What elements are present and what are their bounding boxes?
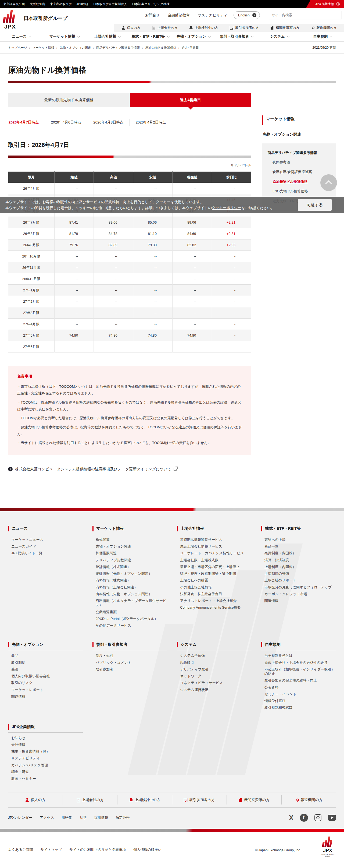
footer-link[interactable]: 統計情報（株式関連） <box>96 565 131 569</box>
footer-link[interactable]: 清算・決済制度 <box>265 558 289 562</box>
footer-link[interactable]: 商品一覧 <box>265 544 278 548</box>
audience-link[interactable]: 機関投資家の方 <box>227 795 281 805</box>
footer-link[interactable]: 公衆縦覧書類 <box>96 610 117 614</box>
footer-utility-link[interactable]: 法定公告 <box>115 815 130 819</box>
footer-link[interactable]: その他データサービス <box>96 623 131 627</box>
footer-link[interactable]: マーケットレポート <box>11 688 43 692</box>
footer-link[interactable]: 情報受付窓口 <box>265 699 285 703</box>
footer-link[interactable]: 東証への上場 <box>265 537 286 541</box>
tab-latest-prices[interactable]: 最新の原油先物ドル換算価格 <box>8 93 130 107</box>
breadcrumb-link[interactable]: 商品デリバティブ関連参考情報 <box>96 46 140 50</box>
footer-utility-link[interactable]: 採用情報 <box>94 815 108 819</box>
footer-link[interactable]: 有料情報（先物・オプション関連） <box>96 592 152 596</box>
footer-link[interactable]: 取引参加者の健全性の維持・向上 <box>265 678 317 682</box>
x-icon[interactable] <box>289 814 294 821</box>
nav-item[interactable]: 上場会社情報 <box>86 32 129 41</box>
group-site-link[interactable]: JPX総研 <box>77 2 89 6</box>
footer-link[interactable]: 自主規制業務とは <box>265 654 293 658</box>
footer-link[interactable]: 不公正取引（相場操縦・インサイダー取引）の防止 <box>265 667 335 676</box>
data-timing-note-link[interactable]: 株式会社東証コンピュータシステム提供情報の注意事項及びデータ更新タイミングについ… <box>8 467 251 472</box>
footer-link[interactable]: ガバナンス/リスク管理 <box>11 763 48 767</box>
corporate-info-link[interactable]: JPX企業情報 <box>306 0 344 8</box>
footer-link[interactable]: 調査・研究 <box>11 770 29 774</box>
footer-link[interactable]: 統計情報（先物・オプション関連） <box>96 571 152 576</box>
footer-utility-link[interactable]: JPXカレンダー <box>8 815 32 819</box>
breadcrumb-link[interactable]: マーケット情報 <box>32 46 54 50</box>
footer-link[interactable]: 市場区分の見直しに関するフォローアップ <box>265 585 332 589</box>
audience-link[interactable]: 個人の方 <box>121 26 140 30</box>
cookie-policy-link[interactable]: クッキーポリシー <box>212 206 241 210</box>
footer-link[interactable]: 決算発表・株主総会予定日 <box>180 592 222 596</box>
footer-link[interactable]: 有料情報（オルタナティブデータ提供サービス） <box>96 599 166 607</box>
footer-link[interactable]: コネクティビティサービス <box>180 681 223 685</box>
date-tab-apr6[interactable]: 2026年4月6日時点 <box>45 119 87 126</box>
footer-link[interactable]: デリバティブ取引 <box>180 667 209 671</box>
footer-link[interactable]: コーポレート・ガバナンス情報サービス <box>180 551 244 555</box>
footer-link[interactable]: 教育・セミナー <box>11 777 36 780</box>
bottom-bar-link[interactable]: よくあるご質問 <box>8 847 33 851</box>
footer-link[interactable]: サステナビリティ <box>11 756 40 760</box>
footer-link[interactable]: ニュースガイド <box>11 544 36 548</box>
footer-link[interactable]: 関連情報 <box>265 599 278 603</box>
audience-link[interactable]: 機関投資家の方 <box>270 26 299 30</box>
footer-link[interactable]: 個人向け取扱い証券会社 <box>11 674 50 678</box>
footer-utility-link[interactable]: 用語集 <box>62 815 72 819</box>
group-site-link[interactable]: 日本証券クリアリング機構 <box>132 2 170 6</box>
breadcrumb-link[interactable]: 先物・オプション関連 <box>60 46 91 50</box>
cookie-accept-button[interactable]: 同意する <box>298 199 332 211</box>
footer-link[interactable]: 取引制度 <box>11 660 25 664</box>
footer-link[interactable]: 上場会社数・上場株式数 <box>180 558 218 562</box>
sidebar-item-night-reference[interactable]: 夜間参考値 <box>273 160 332 165</box>
footer-link[interactable]: 先物・オプション関連 <box>96 544 131 548</box>
tab-past-4-days[interactable]: 過去4営業日 <box>130 93 251 107</box>
audience-link[interactable]: 上場会社の方 <box>63 795 117 805</box>
footer-link[interactable]: システム全体像 <box>180 654 205 658</box>
back-to-top-button[interactable] <box>320 174 337 191</box>
footer-link[interactable]: 取引参加者 <box>96 667 113 671</box>
footer-link[interactable]: デリバティブ指数関連 <box>96 558 131 562</box>
audience-link[interactable]: 上場検討中の方 <box>117 795 172 805</box>
header-utility-link[interactable]: サステナビリティ <box>198 13 228 18</box>
header-utility-link[interactable]: お問合せ <box>145 13 160 18</box>
footer-link[interactable]: 取引のリスク <box>11 681 33 685</box>
footer-link[interactable]: アナリストレポート・上場会社紹介 <box>180 599 237 603</box>
english-toggle[interactable]: English <box>234 11 260 19</box>
footer-link[interactable]: お知らせ <box>11 736 26 740</box>
audience-link[interactable]: 報道機関の方 <box>311 26 337 30</box>
date-tab-apr3[interactable]: 2026年4月3日時点 <box>87 119 130 126</box>
footer-link[interactable]: 関連情報 <box>11 694 25 699</box>
footer-link[interactable]: 適時開示情報閲覧サービス <box>180 537 222 541</box>
breadcrumb-link[interactable]: トップページ <box>8 46 27 50</box>
footer-link[interactable]: 上場会社のサポート <box>265 578 296 582</box>
date-tab-apr2[interactable]: 2026年4月2日時点 <box>130 119 172 126</box>
nav-item[interactable]: 先物・オプション <box>172 32 215 41</box>
footer-utility-link[interactable]: アクセス <box>40 815 54 819</box>
breadcrumb-link[interactable]: 原油先物ドル換算価格 <box>145 46 176 50</box>
footer-link[interactable]: 売買制度（内国株） <box>265 551 296 555</box>
footer-link[interactable]: パブリック・コメント <box>96 660 131 664</box>
group-site-link[interactable]: 日本取引所自主規制法人 <box>93 2 127 6</box>
sidebar-group-link[interactable]: 商品デリバティブ関連参考情報 <box>268 150 332 155</box>
footer-link[interactable]: 商品 <box>11 654 18 658</box>
footer-link[interactable]: 上場制度（内国株） <box>265 565 296 569</box>
footer-link[interactable]: 取引規制相談窓口 <box>265 706 293 710</box>
nav-item[interactable]: ニュース <box>0 32 43 41</box>
group-site-link[interactable]: 大阪取引所 <box>30 2 45 6</box>
footer-link[interactable]: 制度・規則 <box>96 654 113 658</box>
header-utility-link[interactable]: 金融経済教育 <box>168 13 190 18</box>
nav-item[interactable]: 規則・取引参加者 <box>215 32 258 41</box>
footer-link[interactable]: 公表資料 <box>265 685 278 689</box>
footer-link[interactable]: 受渡 <box>11 667 18 671</box>
instagram-icon[interactable] <box>314 814 321 821</box>
footer-link[interactable]: 新規上場・市場区分の変更・上場廃止 <box>180 565 239 569</box>
footer-link[interactable]: 有料情報（上場会社関連） <box>96 585 138 589</box>
nav-item[interactable]: 自主規制 <box>301 32 344 41</box>
footer-link[interactable]: ネットワーク <box>180 674 202 678</box>
footer-link[interactable]: 有料情報（株式関連） <box>96 578 131 582</box>
audience-link[interactable]: 上場検討中の方 <box>189 26 218 30</box>
audience-link[interactable]: 取引参加者の方 <box>172 795 227 805</box>
footer-link[interactable]: 上場制度の整備 <box>265 571 289 576</box>
footer-link[interactable]: システム運行状況 <box>180 688 208 692</box>
nav-item[interactable]: 株式・ETF・REIT等 <box>129 32 172 41</box>
footer-link[interactable]: 会社情報 <box>11 743 25 747</box>
